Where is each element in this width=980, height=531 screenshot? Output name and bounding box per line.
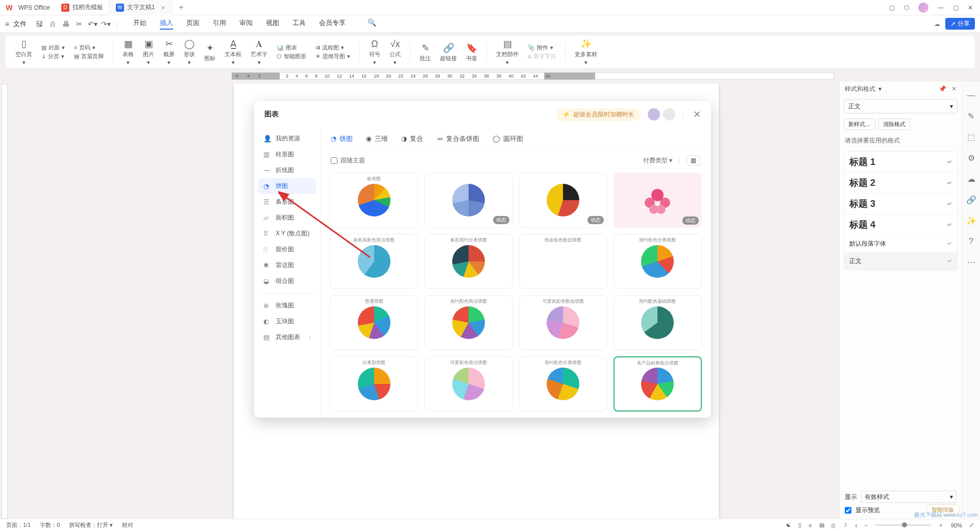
chart-template-card[interactable]: 可爱风彩色数值饼图 xyxy=(519,295,607,350)
tab-insert[interactable]: 插入 xyxy=(160,18,173,30)
dialog-close-icon[interactable]: ✕ xyxy=(693,109,701,120)
grid-view-icon[interactable]: ▦ xyxy=(686,155,701,165)
chart-type-条形图[interactable]: ☰条形图 xyxy=(258,194,316,210)
chart-type-折线图[interactable]: ⁓折线图 xyxy=(258,162,316,178)
doc-tab-templates[interactable]: D 找稻壳模板 xyxy=(55,0,110,15)
clear-format-button[interactable]: 清除格式 xyxy=(878,118,910,130)
print-icon[interactable]: ⎙ xyxy=(47,20,58,28)
zoom-in-icon[interactable]: ＋ xyxy=(938,521,944,529)
chart-type-其他图表[interactable]: ▤其他图表› xyxy=(258,329,316,345)
wordart-button[interactable]: 𝐀艺术字▾ xyxy=(248,39,271,66)
avatar[interactable] xyxy=(663,108,675,120)
promo-banner[interactable]: ⚡ 超级会员限时加赠时长 xyxy=(556,108,641,121)
tab-page[interactable]: 页面 xyxy=(186,18,200,30)
cloud-icon[interactable]: ☁ xyxy=(967,174,975,184)
style-row[interactable]: 标题 3↵ xyxy=(844,194,957,214)
split-icon[interactable]: ⫞ xyxy=(854,522,857,528)
link-icon[interactable]: 🔗 xyxy=(966,195,976,205)
equation-button[interactable]: √x公式▾ xyxy=(386,39,404,66)
share-button[interactable]: ↗ 分享 xyxy=(945,18,975,30)
mindmap-button[interactable]: ☀ 思维导图▾ xyxy=(315,53,350,60)
edit-icon[interactable]: ✎ xyxy=(968,111,974,121)
spell-check-status[interactable]: 拼写检查：打开 ▾ xyxy=(69,521,113,529)
subtab-复合[interactable]: ◑复合 xyxy=(401,134,423,143)
bookmark-button[interactable]: 🔖书签 xyxy=(463,42,480,62)
search-icon[interactable]: 🔍 xyxy=(366,18,377,30)
style-row[interactable]: 默认段落字体↵ xyxy=(844,235,957,253)
chart-button[interactable]: 📊 图表 xyxy=(277,44,297,52)
add-tab-button[interactable]: ＋ xyxy=(172,2,190,13)
avatar[interactable] xyxy=(648,108,660,120)
subtab-饼图[interactable]: ◔饼图 xyxy=(331,134,353,143)
zoom-out-icon[interactable]: − xyxy=(865,522,868,528)
flow-button[interactable]: ⇉ 流程图▾ xyxy=(315,44,344,52)
pin-icon[interactable]: 📌 xyxy=(939,85,946,92)
shape-button[interactable]: ◯形状▾ xyxy=(181,38,198,66)
current-style-select[interactable]: 正文▾ xyxy=(844,99,958,113)
view-print-icon[interactable]: ⎙ xyxy=(831,522,835,528)
tab-view[interactable]: 视图 xyxy=(266,18,279,30)
chart-template-card[interactable]: 动态 xyxy=(424,173,512,228)
doc-tab-current[interactable]: W 文字文稿1 × xyxy=(110,0,172,15)
more-icon[interactable]: ⋯ xyxy=(967,257,975,267)
chart-type-X Y (散点图)[interactable]: ⠿X Y (散点图) xyxy=(258,226,316,242)
tab-reference[interactable]: 引用 xyxy=(213,18,226,30)
tab-review[interactable]: 审阅 xyxy=(239,18,253,30)
page-num-button[interactable]: ⌗ 页码▾ xyxy=(74,44,95,52)
symbol-button[interactable]: Ω符号▾ xyxy=(366,39,383,66)
show-select[interactable]: 有效样式▾ xyxy=(861,491,957,503)
comment-button[interactable]: ✎批注 xyxy=(416,42,434,62)
chart-type-我的资源[interactable]: 👤我的资源 xyxy=(258,131,316,147)
chart-type-雷达图[interactable]: ✱雷达图 xyxy=(258,257,316,273)
save-icon[interactable]: 🖫 xyxy=(34,20,45,28)
view-outline-icon[interactable]: ▤ xyxy=(819,522,824,528)
chart-template-card[interactable]: 简约配色基础饼图 xyxy=(614,295,702,350)
word-count[interactable]: 字数：0 xyxy=(40,521,60,529)
subtab-复合条饼图[interactable]: ⫘复合条饼图 xyxy=(436,134,479,143)
close-window-icon[interactable]: ✕ xyxy=(968,4,973,11)
hamburger-icon[interactable]: ≡ xyxy=(5,20,9,28)
new-style-button[interactable]: 新样式… xyxy=(844,118,875,130)
cover-button[interactable]: ▥ 封面▾ xyxy=(41,44,65,52)
close-pane-icon[interactable]: ✕ xyxy=(951,85,957,92)
view-page-icon[interactable]: ▯ xyxy=(798,522,801,528)
hyperlink-button[interactable]: 🔗超链接 xyxy=(437,42,460,62)
chart-type-玉玦图[interactable]: ◐玉玦图 xyxy=(258,313,316,329)
smartart-button[interactable]: ⬡ 智能图形 xyxy=(277,53,306,60)
proof-status[interactable]: 校对 xyxy=(122,521,133,529)
reading-icon[interactable]: ☯ xyxy=(786,522,791,528)
view-web-icon[interactable]: ≡ xyxy=(808,522,812,528)
picture-button[interactable]: ▣图片▾ xyxy=(140,38,157,66)
chart-template-card[interactable]: 可爱彩色简洁饼图 xyxy=(424,356,512,412)
tab-tools[interactable]: 工具 xyxy=(292,18,306,30)
parts-button[interactable]: ▤文档部件▾ xyxy=(493,38,522,66)
cloud-icon[interactable]: ☁ xyxy=(934,20,940,28)
style-row[interactable]: 正文↵ xyxy=(844,253,957,270)
print-preview-icon[interactable]: 🖶 xyxy=(60,20,71,28)
tab-member[interactable]: 会员专享 xyxy=(319,18,346,30)
chart-type-柱形图[interactable]: ▥柱形图 xyxy=(258,147,316,162)
chart-template-card[interactable]: 简约彩色分离饼图 xyxy=(614,234,702,289)
more-button[interactable]: ✨更多素材▾ xyxy=(572,38,600,66)
icon-button[interactable]: ✦图标 xyxy=(201,42,218,62)
chart-template-card[interactable]: 动态 xyxy=(519,173,607,228)
style-row[interactable]: 标题 1↵ xyxy=(844,152,957,173)
close-icon[interactable]: × xyxy=(161,4,165,12)
minimize-icon[interactable]: — xyxy=(938,4,944,11)
chart-template-card[interactable]: 线条彩色数值饼图 xyxy=(519,234,607,289)
sparkle-icon[interactable]: ✨ xyxy=(966,216,976,226)
settings-icon[interactable]: ⚙ xyxy=(968,153,975,163)
chart-template-card[interactable]: 普通饼图 xyxy=(330,295,418,350)
file-menu[interactable]: 文件 xyxy=(13,19,27,29)
follow-theme-checkbox[interactable]: 跟随主题 xyxy=(331,156,365,165)
chart-template-card[interactable]: 各产品销售取出饼图 xyxy=(614,356,702,412)
screenshot-button[interactable]: ✂截屏▾ xyxy=(160,38,178,66)
zoom-value[interactable]: 90% xyxy=(951,522,962,528)
collapse-icon[interactable]: — xyxy=(967,91,975,100)
tablet-icon[interactable]: ▢ xyxy=(889,4,895,11)
chart-type-组合图[interactable]: ◒组合图 xyxy=(258,273,316,289)
user-avatar[interactable] xyxy=(918,3,928,13)
page-indicator[interactable]: 页面：1/1 xyxy=(6,521,31,529)
cube-icon[interactable]: ⬡ xyxy=(904,4,909,11)
chart-template-card[interactable]: 简约彩色分离饼图 xyxy=(519,356,607,412)
